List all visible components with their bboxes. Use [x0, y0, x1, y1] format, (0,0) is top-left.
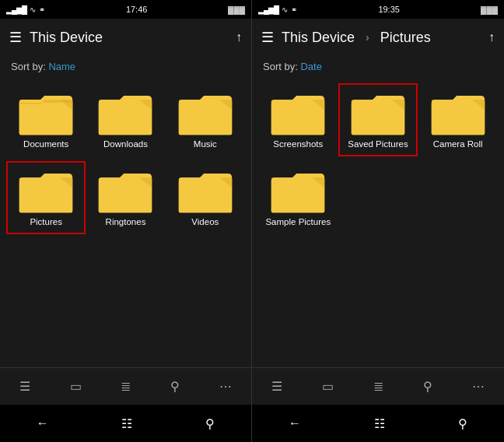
- checklist-icon-right[interactable]: ☰: [271, 379, 282, 394]
- folder-icon-downloads: [97, 89, 153, 136]
- folder-label-camera-roll: Camera Roll: [433, 139, 483, 150]
- folder-icon-music: [177, 89, 233, 136]
- list-icon-right[interactable]: ≣: [373, 379, 383, 394]
- svg-rect-10: [99, 181, 152, 212]
- checklist-icon-left[interactable]: ☰: [19, 379, 30, 394]
- sort-label-right: Sort by:: [263, 61, 300, 72]
- title-bar-left: ☰ This Device ↑: [0, 19, 251, 56]
- search-icon-left-nav[interactable]: ⚲: [205, 416, 215, 431]
- svg-rect-14: [271, 103, 324, 135]
- wifi-icon-left: ∿: [30, 5, 36, 14]
- folder-item-videos[interactable]: Videos: [167, 163, 243, 233]
- nav-bar-right: ← ☷ ⚲: [252, 405, 504, 442]
- folder-item-ringtones[interactable]: Ringtones: [87, 163, 163, 233]
- breadcrumb-separator: ›: [366, 31, 369, 44]
- bluetooth-icon-left: ⚭: [39, 5, 45, 14]
- folder-label-sample-pictures: Sample Pictures: [265, 217, 331, 228]
- battery-icon-right: ▓▓▓: [481, 5, 498, 14]
- svg-rect-12: [179, 181, 232, 212]
- svg-rect-8: [19, 181, 72, 212]
- folder-label-downloads: Downloads: [103, 139, 148, 150]
- folder-grid-left: Documents Downloads: [0, 77, 251, 240]
- svg-rect-20: [271, 181, 324, 212]
- folder-item-downloads[interactable]: Downloads: [87, 85, 163, 155]
- search-icon-right[interactable]: ⚲: [423, 379, 432, 394]
- folder-icon-videos: [177, 167, 233, 214]
- list-icon-left[interactable]: ≣: [121, 379, 131, 394]
- more-icon-left[interactable]: ⋯: [219, 379, 232, 394]
- folder-item-saved-pictures[interactable]: Saved Pictures: [340, 85, 417, 155]
- sort-bar-left: Sort by: Name: [0, 56, 251, 77]
- status-right-right: ▓▓▓: [481, 5, 498, 14]
- folder-item-music[interactable]: Music: [167, 85, 243, 155]
- breadcrumb-right: Pictures: [380, 30, 431, 46]
- folder-item-documents[interactable]: Documents: [8, 85, 84, 155]
- folder-item-camera-roll[interactable]: Camera Roll: [419, 85, 496, 155]
- folder-label-pictures: Pictures: [30, 217, 62, 228]
- home-icon-right[interactable]: ☷: [374, 416, 385, 431]
- folder-grid-right: Screenshots Saved Pictures: [252, 77, 504, 240]
- hamburger-menu-left[interactable]: ☰: [9, 29, 22, 46]
- folder-item-pictures[interactable]: Pictures: [8, 163, 84, 233]
- home-icon-left[interactable]: ☷: [121, 416, 132, 431]
- search-icon-left[interactable]: ⚲: [170, 379, 180, 394]
- more-icon-right[interactable]: ⋯: [472, 379, 485, 394]
- folder-label-ringtones: Ringtones: [106, 217, 146, 228]
- title-bar-left-content: ☰ This Device: [9, 29, 103, 46]
- status-left-left: ▂▄▆█ ∿ ⚭: [6, 5, 45, 14]
- upload-icon-right[interactable]: ↑: [488, 30, 495, 44]
- sort-value-right[interactable]: Date: [300, 61, 321, 72]
- time-right: 19:35: [378, 5, 400, 14]
- right-phone-panel: ▂▄▆█ ∿ ⚭ 19:35 ▓▓▓ ☰ This Device › Pictu…: [252, 0, 504, 442]
- status-left-right: ▂▄▆█ ∿ ⚭: [258, 5, 297, 14]
- folder-icon-ringtones: [97, 167, 153, 214]
- folder-icon-sample-pictures: [270, 167, 326, 214]
- sort-value-left[interactable]: Name: [48, 61, 75, 72]
- title-bar-right-content: ☰ This Device › Pictures: [261, 29, 431, 46]
- sort-label-left: Sort by:: [11, 61, 48, 72]
- svg-rect-16: [352, 103, 404, 135]
- folder-icon-documents: [18, 89, 74, 136]
- folder-label-videos: Videos: [191, 217, 219, 228]
- folder-icon-camera-roll: [430, 89, 486, 136]
- page-title-left: This Device: [30, 30, 103, 46]
- nav-bar-left: ← ☷ ⚲: [0, 405, 251, 442]
- back-icon-right[interactable]: ←: [289, 416, 301, 430]
- signal-icon-right: ▂▄▆█: [258, 5, 278, 14]
- bottom-toolbar-left: ☰ ▭ ≣ ⚲ ⋯: [0, 367, 251, 405]
- time-left: 17:46: [126, 5, 148, 14]
- folder-item-sample-pictures[interactable]: Sample Pictures: [260, 163, 337, 233]
- folder-label-documents: Documents: [23, 139, 68, 150]
- wifi-icon-right: ∿: [282, 5, 288, 14]
- folder-icon-saved-pictures: [350, 89, 406, 136]
- svg-rect-6: [179, 103, 232, 135]
- folder-item-screenshots[interactable]: Screenshots: [260, 85, 337, 155]
- status-bar-left: ▂▄▆█ ∿ ⚭ 17:46 ▓▓▓: [0, 0, 251, 19]
- back-icon-left[interactable]: ←: [37, 416, 49, 430]
- svg-rect-18: [431, 103, 484, 135]
- svg-rect-2: [19, 103, 72, 135]
- folder-label-music: Music: [194, 139, 217, 150]
- title-bar-right: ☰ This Device › Pictures ↑: [252, 19, 504, 56]
- bottom-toolbar-right: ☰ ▭ ≣ ⚲ ⋯: [252, 367, 504, 405]
- status-bar-right: ▂▄▆█ ∿ ⚭ 19:35 ▓▓▓: [252, 0, 504, 19]
- upload-icon-left[interactable]: ↑: [236, 30, 242, 44]
- tablet-icon-right[interactable]: ▭: [322, 379, 334, 394]
- page-title-right: This Device: [282, 30, 355, 46]
- status-right-left: ▓▓▓: [228, 5, 245, 14]
- folder-icon-screenshots: [270, 89, 326, 136]
- signal-icon-left: ▂▄▆█: [6, 5, 26, 14]
- hamburger-menu-right[interactable]: ☰: [261, 29, 274, 46]
- folder-icon-pictures: [18, 167, 74, 214]
- left-phone-panel: ▂▄▆█ ∿ ⚭ 17:46 ▓▓▓ ☰ This Device ↑ Sort …: [0, 0, 252, 442]
- tablet-icon-left[interactable]: ▭: [70, 379, 82, 394]
- bluetooth-icon-right: ⚭: [291, 5, 297, 14]
- folder-label-saved-pictures: Saved Pictures: [348, 139, 408, 150]
- battery-icon-left: ▓▓▓: [228, 5, 245, 14]
- svg-rect-4: [99, 103, 152, 135]
- sort-bar-right: Sort by: Date: [252, 56, 504, 77]
- folder-label-screenshots: Screenshots: [273, 139, 323, 150]
- search-icon-right-nav[interactable]: ⚲: [458, 416, 467, 431]
